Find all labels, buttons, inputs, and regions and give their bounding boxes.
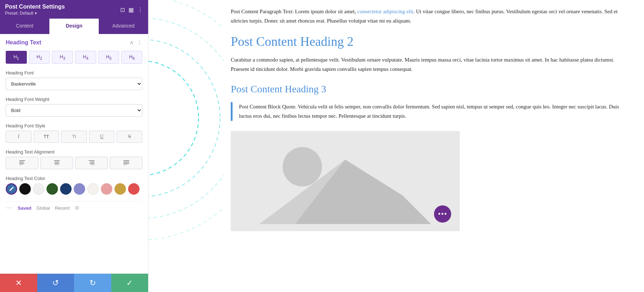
h5-button[interactable]: H5 xyxy=(98,51,119,64)
color-swatch-dark-green[interactable] xyxy=(47,183,58,195)
svg-rect-9 xyxy=(90,162,94,162)
color-swatch-gold[interactable] xyxy=(114,183,126,195)
svg-rect-4 xyxy=(54,160,60,161)
tab-content[interactable]: Content xyxy=(0,19,49,34)
undo-icon: ↺ xyxy=(52,278,59,288)
align-justify-button[interactable] xyxy=(110,157,142,169)
saved-tab[interactable]: Saved xyxy=(18,205,31,211)
fab-button[interactable]: ••• xyxy=(434,205,451,223)
heading-3: Post Content Heading 3 xyxy=(231,83,623,96)
close-icon: ✕ xyxy=(15,278,22,288)
layout-icon[interactable]: ▦ xyxy=(128,6,134,13)
underline-button[interactable]: U xyxy=(89,131,115,143)
heading-font-weight-group: Heading Font Weight Bold Normal Light 10… xyxy=(6,97,142,117)
svg-rect-10 xyxy=(89,163,94,164)
heading-font-group: Heading Font Baskervville Georgia Arial … xyxy=(6,70,142,90)
color-swatches xyxy=(6,183,142,195)
section-more-icon[interactable]: ⋮ xyxy=(137,39,142,46)
redo-icon: ↻ xyxy=(89,278,96,288)
svg-rect-12 xyxy=(123,160,129,161)
panel-preset[interactable]: Preset: Default ▾ xyxy=(5,11,65,16)
color-swatch-light[interactable] xyxy=(33,183,44,195)
svg-rect-2 xyxy=(19,163,24,164)
italic-button[interactable]: I xyxy=(6,131,31,143)
heading-text-alignment-label: Heading Text Alignment xyxy=(6,149,142,155)
color-swatch-black[interactable] xyxy=(19,183,31,195)
svg-point-16 xyxy=(148,61,199,175)
h3-button[interactable]: H3 xyxy=(52,51,73,64)
more-icon[interactable]: ⋮ xyxy=(137,6,143,13)
settings-gear-icon[interactable]: ⚙ xyxy=(75,205,79,211)
align-right-button[interactable] xyxy=(75,157,108,169)
color-swatch-red[interactable] xyxy=(128,183,140,195)
fab-dots-icon: ••• xyxy=(438,209,447,219)
heading-font-select[interactable]: Baskervville Georgia Arial Helvetica xyxy=(6,78,142,90)
intro-paragraph: Post Content Paragraph Text: Lorem ipsum… xyxy=(231,7,623,25)
content-area: Post Content Paragraph Text: Lorem ipsum… xyxy=(224,0,644,292)
global-tab[interactable]: Global xyxy=(36,205,50,211)
check-icon: ✓ xyxy=(126,278,133,288)
heading-font-weight-label: Heading Font Weight xyxy=(6,97,142,102)
undo-button[interactable]: ↺ xyxy=(37,274,74,292)
redo-button[interactable]: ↻ xyxy=(74,274,111,292)
svg-point-18 xyxy=(148,18,224,218)
collapse-icon[interactable]: ∧ xyxy=(130,39,134,46)
svg-rect-5 xyxy=(55,162,59,162)
svg-rect-6 xyxy=(54,163,59,164)
panel-header: Post Content Settings Preset: Default ▾ … xyxy=(0,0,148,19)
paragraph-1: Curabitur a commodo sapien, at pellentes… xyxy=(231,55,623,74)
style-buttons: I TT Tt U S xyxy=(6,131,142,143)
svg-rect-3 xyxy=(19,165,23,165)
blockquote-bar xyxy=(231,102,233,121)
svg-rect-13 xyxy=(123,162,129,162)
panel-body: Heading Text ∧ ⋮ H1 H2 H3 H4 H5 H6 Headi… xyxy=(0,34,148,273)
svg-point-19 xyxy=(148,0,224,240)
section-header-icons: ∧ ⋮ xyxy=(130,39,142,46)
svg-rect-11 xyxy=(91,165,94,165)
tab-advanced[interactable]: Advanced xyxy=(99,19,148,34)
heading-font-style-label: Heading Font Style xyxy=(6,123,142,128)
capitalize-button[interactable]: Tt xyxy=(61,131,87,143)
color-swatch-cream[interactable] xyxy=(87,183,99,195)
confirm-button[interactable]: ✓ xyxy=(111,274,148,292)
h2-button[interactable]: H2 xyxy=(29,51,50,64)
svg-rect-14 xyxy=(123,163,129,164)
heading-font-label: Heading Font xyxy=(6,70,142,76)
strikethrough-button[interactable]: S xyxy=(117,131,142,143)
svg-point-21 xyxy=(283,147,322,186)
saved-dots-icon[interactable]: ··· xyxy=(6,204,13,212)
panel-tabs: Content Design Advanced xyxy=(0,19,148,34)
color-picker-button[interactable] xyxy=(6,183,17,195)
tab-design[interactable]: Design xyxy=(49,19,99,34)
svg-rect-15 xyxy=(123,165,127,165)
heading-text-alignment-group: Heading Text Alignment xyxy=(6,149,142,169)
panel-header-icons: ⊡ ▦ ⋮ xyxy=(120,6,143,13)
uppercase-button[interactable]: TT xyxy=(34,131,59,143)
align-center-button[interactable] xyxy=(40,157,73,169)
heading-font-weight-select[interactable]: Bold Normal Light 100 200 300 400 500 60… xyxy=(6,104,142,117)
color-swatch-pink[interactable] xyxy=(101,183,112,195)
intro-text-before: Post Content Paragraph Text: Lorem ipsum… xyxy=(231,9,357,14)
alignment-buttons xyxy=(6,157,142,169)
heading-level-buttons: H1 H2 H3 H4 H5 H6 xyxy=(6,51,142,64)
color-swatch-lavender[interactable] xyxy=(74,183,85,195)
blockquote-section: Post Content Block Quote. Vehicula velit… xyxy=(231,102,623,121)
saved-tabs-row: ··· Saved Global Recent ⚙ xyxy=(6,201,142,212)
intro-link[interactable]: consectetur adipiscing elit xyxy=(357,9,414,14)
section-header: Heading Text ∧ ⋮ xyxy=(6,39,142,46)
h1-button[interactable]: H1 xyxy=(6,51,27,64)
h4-button[interactable]: H4 xyxy=(75,51,96,64)
blockquote-text: Post Content Block Quote. Vehicula velit… xyxy=(239,102,623,121)
heading-text-color-label: Heading Text Color xyxy=(6,176,142,181)
close-button[interactable]: ✕ xyxy=(0,274,37,292)
color-swatch-dark-blue[interactable] xyxy=(60,183,72,195)
minimize-icon[interactable]: ⊡ xyxy=(120,6,125,13)
h6-button[interactable]: H6 xyxy=(121,51,142,64)
section-title: Heading Text xyxy=(6,39,41,46)
bottom-bar: ✕ ↺ ↻ ✓ xyxy=(0,273,148,292)
recent-tab[interactable]: Recent xyxy=(55,205,69,211)
heading-font-style-group: Heading Font Style I TT Tt U S xyxy=(6,123,142,143)
align-left-button[interactable] xyxy=(6,157,38,169)
decorative-area xyxy=(148,0,224,292)
panel-header-left: Post Content Settings Preset: Default ▾ xyxy=(5,4,65,16)
